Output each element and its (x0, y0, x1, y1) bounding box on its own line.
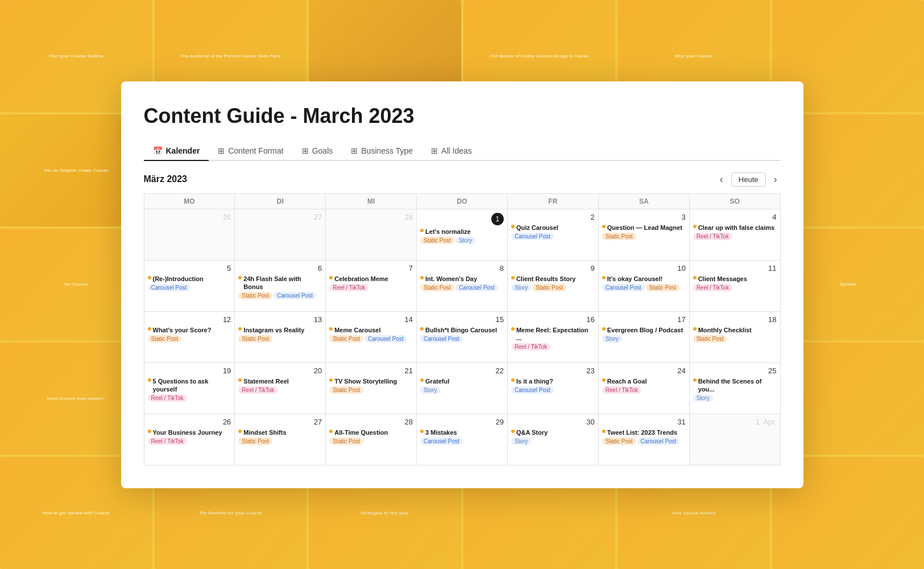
day-number: 16 (511, 315, 595, 324)
calendar-day-cell: 28 (326, 209, 417, 261)
calendar-day-cell: 7Celebration MemeReel / TikTok (326, 261, 417, 312)
calendar-event[interactable]: Is it a thing?Carousel Post (511, 377, 595, 394)
tab-business-type[interactable]: ⊞Business Type (342, 142, 422, 161)
calendar-day-cell: 20Statement ReelReel / TikTok (235, 363, 326, 414)
event-dot (420, 327, 424, 331)
day-header-mo: MO (144, 194, 235, 209)
event-title: Instagram vs Reality (238, 326, 322, 334)
event-tag: Static Post (602, 233, 636, 240)
day-number: 1 (491, 213, 504, 225)
event-tags: Story (420, 386, 504, 394)
event-dot (602, 378, 606, 382)
calendar-day-cell: 10It's okay Carousel!Carousel PostStatic… (599, 261, 690, 312)
prev-month-button[interactable]: ‹ (716, 172, 727, 187)
event-dot (693, 225, 697, 228)
calendar-event[interactable]: Q&A StoryStory (511, 428, 595, 445)
calendar-event[interactable]: Client MessagesReel / TikTok (693, 275, 777, 291)
calendar-event[interactable]: Monthly ChecklistStatic Post (693, 326, 777, 343)
event-title: Monthly Checklist (693, 326, 777, 334)
calendar-event[interactable]: Meme CarouselStatic PostCarousel Post (329, 326, 413, 343)
event-tags: Carousel Post (420, 335, 504, 343)
event-tag: Reel / TikTok (693, 233, 732, 240)
event-title: Statement Reel (238, 377, 322, 385)
tab-goals[interactable]: ⊞Goals (293, 142, 342, 161)
calendar-event[interactable]: Evergreen Blog / PodcastStory (602, 326, 686, 343)
event-tag: Static Post (602, 438, 636, 445)
calendar-event[interactable]: Clear up with false claimsReel / TikTok (693, 224, 777, 240)
calendar-event[interactable]: Question — Lead MagnetStatic Post (602, 224, 686, 240)
calendar-event[interactable]: Reach a GoalReel / TikTok (602, 377, 686, 394)
tab-content-format[interactable]: ⊞Content Format (209, 142, 292, 161)
calendar-event[interactable]: All-Time QuestionStatic Post (329, 428, 413, 445)
calendar-event[interactable]: Client Results StoryStoryStatic Post (511, 275, 595, 291)
event-tags: Story (511, 438, 595, 445)
event-title: All-Time Question (329, 428, 413, 436)
event-tag: Reel / TikTok (329, 284, 368, 291)
next-month-button[interactable]: › (770, 172, 781, 187)
calendar-day-cell: 13Instagram vs RealityStatic Post (235, 312, 326, 363)
calendar-day-cell: 5(Re-)IntroductionCarousel Post (144, 261, 235, 312)
calendar-event[interactable]: GratefulStory (420, 377, 504, 394)
calendar-event[interactable]: 5 Questions to ask yourselfReel / TikTok (148, 377, 231, 402)
calendar-event[interactable]: Instagram vs RealityStatic Post (238, 326, 322, 343)
event-tag: Static Post (148, 335, 182, 343)
event-tags: Carousel Post (148, 284, 231, 291)
event-tag: Reel / TikTok (602, 386, 641, 394)
page-title: Content Guide - March 2023 (144, 104, 781, 128)
event-title: Evergreen Blog / Podcast (602, 326, 686, 334)
event-tag: Carousel Post (511, 386, 554, 394)
event-tags: Static Post (602, 233, 686, 240)
day-number: 3 (602, 213, 686, 221)
calendar-event[interactable]: Let's normalizeStatic PostStory (420, 228, 504, 244)
nav-group: ‹ Heute › (716, 172, 781, 187)
event-dot (602, 225, 606, 228)
event-dot (511, 327, 515, 331)
calendar-event[interactable]: Celebration MemeReel / TikTok (329, 275, 413, 291)
calendar-event[interactable]: TV Show StorytellingStatic Post (329, 377, 413, 394)
event-tags: Reel / TikTok (602, 386, 686, 394)
calendar-event[interactable]: 3 MistakesCarousel Post (420, 428, 504, 445)
calendar-event[interactable]: Mindset ShiftsStatic Post (238, 428, 322, 445)
tab-icon: ⊞ (431, 146, 438, 155)
event-dot (329, 378, 333, 382)
day-header-fr: FR (508, 194, 599, 209)
event-title: 5 Questions to ask yourself (148, 377, 231, 394)
event-tag: Carousel Post (420, 335, 463, 343)
calendar-event[interactable]: 24h Flash Sale with BonusStatic PostCaro… (238, 275, 322, 300)
calendar-event[interactable]: Int. Women's DayStatic PostCarousel Post (420, 275, 504, 291)
event-tag: Reel / TikTok (238, 386, 277, 394)
calendar-event[interactable]: Tweet List: 2023 TrendsStatic PostCarous… (602, 428, 686, 445)
event-title: Meme Reel: Expectation ... (511, 326, 595, 343)
calendar-event[interactable]: (Re-)IntroductionCarousel Post (148, 275, 231, 291)
calendar-event[interactable]: Behind the Scenes of you...Story (693, 377, 777, 402)
event-tags: Static Post (238, 335, 322, 343)
calendar-event[interactable]: Bullsh*t Bingo CarouselCarousel Post (420, 326, 504, 343)
event-dot (329, 276, 333, 279)
event-tags: Carousel Post (420, 438, 504, 445)
day-number: 4 (693, 213, 777, 221)
event-dot (511, 276, 515, 279)
event-title: Q&A Story (511, 428, 595, 436)
event-dot (511, 225, 515, 228)
tab-kalender[interactable]: 📅Kalender (144, 142, 209, 161)
calendar-event[interactable]: Meme Reel: Expectation ...Reel / TikTok (511, 326, 595, 351)
calendar-event[interactable]: What's your Score?Static Post (148, 326, 231, 343)
month-label: März 2023 (144, 174, 188, 184)
calendar-day-cell: 23Is it a thing?Carousel Post (508, 363, 599, 414)
tab-all-ideas[interactable]: ⊞All Ideas (422, 142, 481, 161)
calendar-event[interactable]: Statement ReelReel / TikTok (238, 377, 322, 394)
calendar-day-cell: 14Meme CarouselStatic PostCarousel Post (326, 312, 417, 363)
event-dot (148, 430, 151, 433)
event-tags: Reel / TikTok (148, 438, 231, 445)
calendar-event[interactable]: Quiz CarouselCarousel Post (511, 224, 595, 240)
calendar-event[interactable]: It's okay Carousel!Carousel PostStatic P… (602, 275, 686, 291)
tab-bar: 📅Kalender⊞Content Format⊞Goals⊞Business … (144, 142, 781, 161)
event-tag: Reel / TikTok (693, 284, 732, 291)
day-header-di: DI (235, 194, 326, 209)
day-number: 9 (511, 264, 595, 273)
heute-button[interactable]: Heute (731, 172, 766, 187)
event-tags: StoryStatic Post (511, 284, 595, 291)
calendar-event[interactable]: Your Business JourneyReel / TikTok (148, 428, 231, 445)
day-number: 19 (148, 366, 231, 375)
event-title: Let's normalize (420, 228, 504, 236)
